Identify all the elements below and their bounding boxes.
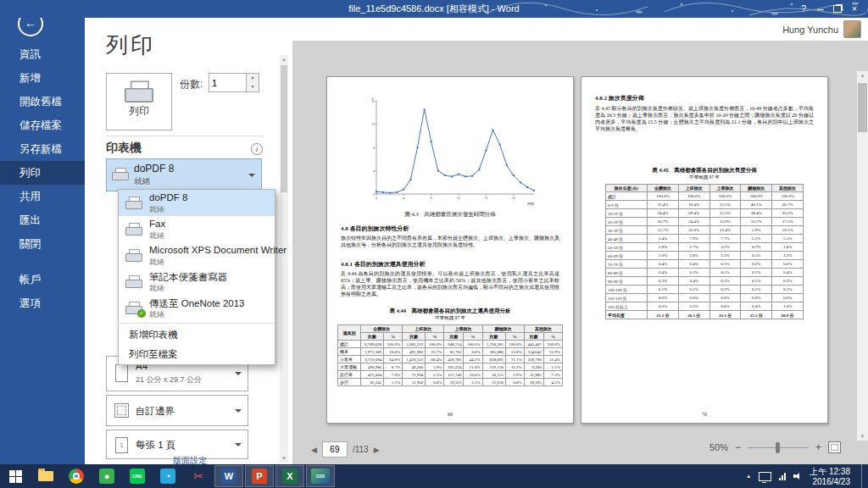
copies-up-icon[interactable]: ▲ <box>247 74 259 83</box>
show-hidden-icons-icon[interactable]: ▲ <box>746 474 751 479</box>
taskbar-excel[interactable]: X <box>275 465 304 487</box>
preview-scrollbar[interactable]: ▲ ▼ <box>857 71 868 441</box>
printer-menu-item[interactable]: Microsoft XPS Document Writer 就緒 <box>119 242 275 269</box>
svg-text:時間: 時間 <box>527 202 534 206</box>
gis-app-icon: GIS <box>311 469 330 484</box>
nav-item-info[interactable]: 資訊 <box>0 42 85 66</box>
restore-button[interactable] <box>829 0 846 18</box>
printer-menu-item[interactable]: Fax 就緒 <box>119 216 275 242</box>
zoom-to-page-button[interactable] <box>828 441 841 453</box>
selected-printer-name: doPDF 8 <box>134 163 174 175</box>
copies-stepper[interactable]: ▲ ▼ <box>209 73 259 92</box>
scrollbar-thumb[interactable] <box>858 83 867 132</box>
scroll-up-icon[interactable]: ▲ <box>857 71 868 80</box>
taskbar-gis-viewer[interactable]: GIS <box>306 465 335 487</box>
zoom-out-icon[interactable]: − <box>735 441 741 453</box>
table-45: 旅次長度(分)全體旅次上班旅次上學旅次購物旅次其他旅次總計100.0%100.0… <box>605 184 804 319</box>
print-to-file-item[interactable]: 列印至檔案 <box>119 345 275 364</box>
excel-icon: X <box>282 469 298 484</box>
taskbar-word[interactable]: W <box>214 465 243 487</box>
notes-writer-icon <box>125 275 142 289</box>
table-subcaption: 中華民國 97 年 <box>327 315 573 321</box>
paper-size-icon <box>115 364 128 382</box>
copies-down-icon[interactable]: ▼ <box>247 83 259 92</box>
chevron-down-icon <box>248 174 255 177</box>
svg-text:0: 0 <box>373 192 375 197</box>
current-page-input[interactable] <box>322 441 348 458</box>
table-caption: 表 4.44 高雄都會區各目的別旅次之運具使用分析 <box>327 308 573 315</box>
pane-scrollbar[interactable]: ▲ ▼ <box>280 55 288 463</box>
nav-item-open[interactable]: 開啟舊檔 <box>0 90 85 114</box>
scroll-down-icon[interactable]: ▼ <box>857 432 868 441</box>
user-name[interactable]: Hung Yunchu <box>782 25 838 35</box>
avatar[interactable] <box>843 20 861 38</box>
printer-menu-item[interactable]: doPDF 8 就緒 <box>119 190 275 216</box>
taskbar-blue-chat-app[interactable]: ◔ <box>153 465 182 487</box>
margins-icon <box>114 403 129 418</box>
close-button[interactable]: × <box>846 0 863 18</box>
paper-size-detail: 21 公分 x 29.7 公分 <box>136 374 202 385</box>
zoom-in-icon[interactable]: + <box>815 441 821 453</box>
restore-icon <box>833 5 842 13</box>
system-tray: ▲ 上午 12:38 2016/4/23 <box>746 464 868 488</box>
help-button[interactable]: ? <box>795 0 812 18</box>
taskbar-snipping-tool[interactable]: ✂ <box>184 465 213 487</box>
nav-item-export[interactable]: 匯出 <box>0 208 85 232</box>
print-button[interactable]: 列印 <box>106 73 172 130</box>
line-icon: LINE <box>130 469 145 484</box>
zoom-slider-thumb[interactable] <box>776 442 780 453</box>
doc-paragraph: 旅次特性常因旅次目的之不同而有所差異，本節分就全體旅次、上班旅次、上學旅次、購物… <box>341 235 559 248</box>
nav-item-close[interactable]: 關閉 <box>0 232 85 256</box>
nav-item-print[interactable]: 列印 <box>0 161 85 185</box>
taskbar-file-explorer[interactable] <box>31 465 60 487</box>
printer-menu-item[interactable]: ✓ 傳送至 OneNote 2013 就緒 <box>119 295 275 321</box>
svg-text:8: 8 <box>373 146 375 150</box>
printer-menu-item[interactable]: 筆記本便箋書寫器 就緒 <box>119 269 275 295</box>
next-page-icon[interactable]: ▶ <box>374 446 380 454</box>
svg-text:4: 4 <box>403 196 404 200</box>
chrome-icon <box>69 469 84 484</box>
info-icon[interactable]: i <box>251 143 263 155</box>
nav-item-save[interactable]: 儲存檔案 <box>0 114 85 137</box>
copies-input[interactable] <box>209 74 246 92</box>
print-preview-area: 0481216048121620%時間 圖 4.3 高雄都會區旅次發生時間分佈 … <box>292 41 868 464</box>
taskbar-green-app[interactable]: ● <box>92 465 121 487</box>
show-desktop-button[interactable] <box>861 464 866 488</box>
account-area[interactable]: Hung Yunchu <box>782 20 861 38</box>
zoom-slider[interactable] <box>748 447 809 448</box>
nav-item-share[interactable]: 共用 <box>0 185 85 208</box>
printer-section-heading: 印表機 <box>106 141 142 156</box>
powerpoint-icon: P <box>252 469 267 484</box>
taskbar-line[interactable]: LINE <box>123 465 152 487</box>
previous-page-icon[interactable]: ◀ <box>311 446 317 454</box>
taskbar-chrome[interactable] <box>62 465 91 487</box>
taskbar-powerpoint[interactable]: P <box>245 465 274 487</box>
doc-heading: 4.8.2 旅次長度分佈 <box>595 94 644 103</box>
nav-item-new[interactable]: 新增 <box>0 66 85 90</box>
chat-app-icon: ◔ <box>160 469 175 484</box>
nav-item-options[interactable]: 選項 <box>0 291 85 315</box>
trip-time-chart: 0481216048121620%時間 <box>359 96 541 206</box>
svg-text:20: 20 <box>512 196 515 200</box>
title-bar: file_11e5d9c4586.docx [相容模式] - Word ? × <box>0 0 868 18</box>
display-icon[interactable] <box>759 472 771 481</box>
word-icon: W <box>221 469 236 484</box>
minimize-button[interactable] <box>812 0 829 18</box>
scroll-up-icon[interactable]: ▲ <box>280 55 288 64</box>
printer-select[interactable]: doPDF 8 就緒 <box>106 158 262 191</box>
page-title: 列印 <box>106 30 155 60</box>
network-icon[interactable] <box>779 473 786 480</box>
scrollbar-thumb[interactable] <box>281 65 287 192</box>
zoom-level-label[interactable]: 50% <box>709 442 728 452</box>
taskbar-clock[interactable]: 上午 12:38 2016/4/23 <box>810 466 850 487</box>
volume-icon[interactable] <box>793 473 802 480</box>
start-button[interactable] <box>1 465 30 487</box>
doc-paragraph: 表 4.44 為各目的別旅次的運具使用情形。可以看出就上班旅次而言，使用私人運具… <box>341 270 559 297</box>
nav-item-save-as[interactable]: 另存新檔 <box>0 137 85 161</box>
nav-item-account[interactable]: 帳戶 <box>0 268 85 291</box>
chevron-down-icon <box>235 443 242 446</box>
add-printer-item[interactable]: 新增印表機 <box>119 325 275 345</box>
scroll-down-icon[interactable]: ▼ <box>280 454 288 463</box>
page-navigation: ◀ /113 ▶ <box>311 441 380 458</box>
margins-select[interactable]: 自訂邊界 <box>106 395 248 426</box>
